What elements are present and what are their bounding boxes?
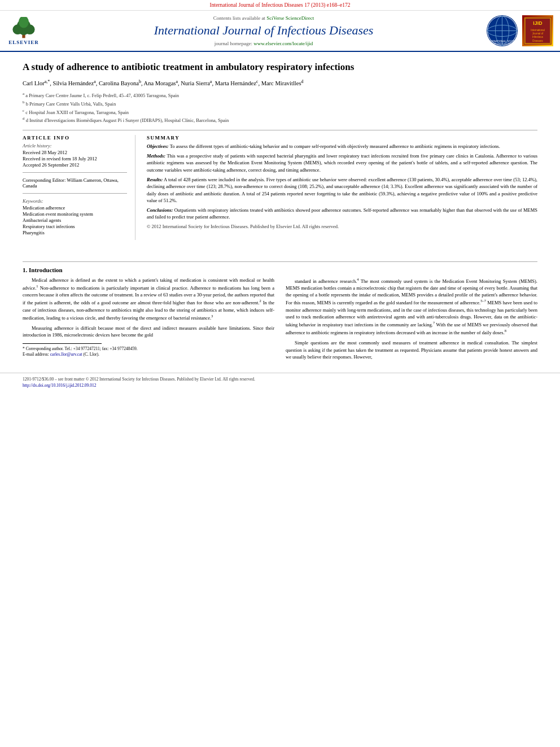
footnote-divider bbox=[23, 343, 102, 344]
intro-left-p2: Measuring adherence is difficult because… bbox=[23, 325, 274, 339]
footnote-email-link[interactable]: carles.llor@urv.cat bbox=[50, 352, 82, 357]
journal-header: ELSEVIER Contents lists available at Sci… bbox=[0, 11, 560, 52]
ijid-logo: IJID International Journal of Infectious… bbox=[522, 15, 553, 46]
editor-text: Corresponding Editor: William Cameron, O… bbox=[23, 177, 119, 189]
affiliation-d: d d Institut d'Investigacions Biomèdique… bbox=[23, 116, 537, 124]
copyright-text: © 2012 International Society for Infecti… bbox=[147, 224, 537, 229]
journal-logo-icon: IJID International Journal of Infectious… bbox=[524, 15, 552, 46]
journal-homepage: journal homepage: www.elsevier.com/locat… bbox=[46, 41, 481, 46]
summary-conclusions: Conclusions: Outpatients with respirator… bbox=[147, 207, 537, 221]
authors-text: Carl Llora,*, Silvia Hernándeza, Carolin… bbox=[23, 80, 303, 86]
revised-date: Received in revised form 18 July 2012 bbox=[23, 156, 127, 161]
footnote-email: E-mail address: carles.llor@urv.cat (C. … bbox=[23, 352, 274, 358]
affiliations: a a Primary Care Centre Jaume I, c. Feli… bbox=[23, 91, 537, 124]
keyword-4: Respiratory tract infections bbox=[23, 224, 127, 229]
journal-homepage-link[interactable]: www.elsevier.com/locate/ijid bbox=[253, 41, 313, 46]
issn-text: 1201-9712/$36.00 – see front matter © 20… bbox=[23, 377, 537, 382]
keywords-label: Keywords: bbox=[23, 198, 127, 204]
svg-text:Diseases: Diseases bbox=[532, 40, 543, 42]
intro-section-title: 1. Introduction bbox=[23, 267, 537, 273]
keyword-3: Antibacterial agents bbox=[23, 217, 127, 223]
intro-right-p1: standard in adherence research.4 The mos… bbox=[286, 277, 537, 337]
journal-title-block: Contents lists available at SciVerse Sci… bbox=[46, 15, 481, 46]
dates-block: Article history: Received 28 May 2012 Re… bbox=[23, 143, 127, 168]
svg-text:Journal of: Journal of bbox=[532, 32, 544, 35]
footnote-1: * Corresponding author. Tel.: +34 977247… bbox=[23, 346, 274, 352]
bottom-bar: 1201-9712/$36.00 – see front matter © 20… bbox=[0, 373, 560, 391]
intro-left-p1: Medical adherence is defined as the exte… bbox=[23, 277, 274, 321]
svg-text:IJID: IJID bbox=[533, 20, 542, 26]
received-date: Received 28 May 2012 bbox=[23, 150, 127, 155]
article-meta-block: ARTICLE INFO Article history: Received 2… bbox=[23, 135, 537, 240]
affiliation-a: a a Primary Care Centre Jaume I, c. Feli… bbox=[23, 91, 537, 99]
doi-link[interactable]: http://dx.doi.org/10.1016/j.ijid.2012.09… bbox=[23, 383, 97, 388]
accepted-date: Accepted 26 September 2012 bbox=[23, 162, 127, 168]
summary-objectives: Objectives: To assess the different type… bbox=[147, 143, 537, 150]
elsevier-logo: ELSEVIER bbox=[7, 17, 41, 45]
summary-label: SUMMARY bbox=[147, 135, 537, 141]
summary-col: SUMMARY Objectives: To assess the differ… bbox=[147, 135, 537, 240]
sciverse-link[interactable]: SciVerse ScienceDirect bbox=[266, 15, 314, 21]
authors: Carl Llora,*, Silvia Hernándeza, Carolin… bbox=[23, 78, 537, 88]
intro-left-col: Medical adherence is defined as the exte… bbox=[23, 277, 274, 364]
article-info-col: ARTICLE INFO Article history: Received 2… bbox=[23, 135, 135, 240]
summary-methods: Methods: This was a prospective study of… bbox=[147, 152, 537, 173]
svg-text:International: International bbox=[531, 29, 544, 32]
svg-text:FOR INFECTIOUS DISEASES: FOR INFECTIOUS DISEASES bbox=[487, 42, 518, 45]
divider-info-1 bbox=[23, 172, 127, 173]
elsevier-text: ELSEVIER bbox=[8, 40, 39, 45]
editor-block: Corresponding Editor: William Cameron, O… bbox=[23, 177, 127, 189]
keyword-1: Medication adherence bbox=[23, 205, 127, 211]
main-content: A study of adherence to antibiotic treat… bbox=[0, 52, 560, 257]
elsevier-tree-icon bbox=[7, 17, 41, 40]
journal-name: International Journal of Infectious Dise… bbox=[46, 23, 481, 38]
contents-line: Contents lists available at SciVerse Sci… bbox=[46, 15, 481, 21]
divider-1 bbox=[23, 130, 537, 130]
intro-right-p2: Simple questions are the most commonly u… bbox=[286, 339, 537, 360]
article-info-label: ARTICLE INFO bbox=[23, 135, 127, 141]
history-label: Article history: bbox=[23, 143, 127, 148]
globe-icon: INTERNATIONAL SOCIETY FOR INFECTIOUS DIS… bbox=[487, 15, 518, 46]
doi-text: http://dx.doi.org/10.1016/j.ijid.2012.09… bbox=[23, 383, 537, 388]
divider-body bbox=[23, 261, 537, 262]
summary-results: Results: A total of 428 patients were in… bbox=[147, 176, 537, 204]
keyword-5: Pharyngitis bbox=[23, 230, 127, 235]
body-content: 1. Introduction Medical adherence is def… bbox=[0, 261, 560, 373]
keywords-block: Keywords: Medication adherence Medicatio… bbox=[23, 198, 127, 235]
affiliation-b: b b Primary Care Centre Valls Urbà, Vall… bbox=[23, 99, 537, 108]
isid-logo: INTERNATIONAL SOCIETY FOR INFECTIOUS DIS… bbox=[487, 15, 518, 46]
journal-logos: INTERNATIONAL SOCIETY FOR INFECTIOUS DIS… bbox=[487, 15, 553, 46]
divider-info-2 bbox=[23, 193, 127, 194]
top-bar: International Journal of Infectious Dise… bbox=[0, 0, 560, 11]
affiliation-c: c c Hospital Joan XXIII of Tarragona, Ta… bbox=[23, 108, 537, 116]
article-title: A study of adherence to antibiotic treat… bbox=[23, 61, 537, 73]
intro-right-col: standard in adherence research.4 The mos… bbox=[286, 277, 537, 364]
journal-citation: International Journal of Infectious Dise… bbox=[210, 2, 351, 8]
keyword-2: Medication event monitoring system bbox=[23, 211, 127, 217]
svg-text:Infectious: Infectious bbox=[532, 36, 544, 38]
intro-body: Medical adherence is defined as the exte… bbox=[23, 277, 537, 364]
